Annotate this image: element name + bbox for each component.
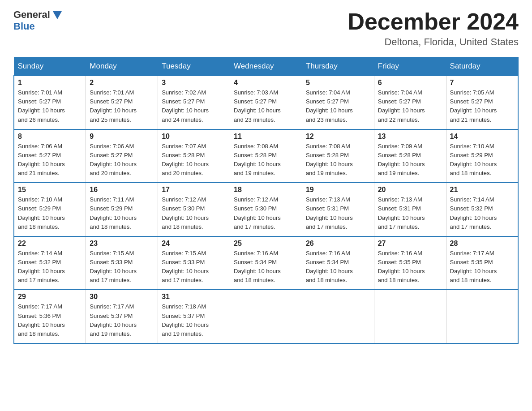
- logo-blue-text: Blue: [13, 21, 35, 32]
- day-info: Sunrise: 7:04 AMSunset: 5:27 PMDaylight:…: [378, 88, 442, 124]
- day-info: Sunrise: 7:16 AMSunset: 5:34 PMDaylight:…: [234, 249, 298, 285]
- day-number: 30: [90, 293, 154, 301]
- day-number: 15: [18, 186, 82, 194]
- day-number: 26: [306, 240, 370, 248]
- header-thursday: Thursday: [302, 57, 374, 76]
- calendar-cell: 10 Sunrise: 7:07 AMSunset: 5:28 PMDaylig…: [158, 129, 230, 183]
- day-info: Sunrise: 7:16 AMSunset: 5:35 PMDaylight:…: [378, 249, 442, 285]
- calendar-cell: 4 Sunrise: 7:03 AMSunset: 5:27 PMDayligh…: [230, 76, 302, 129]
- day-info: Sunrise: 7:01 AMSunset: 5:27 PMDaylight:…: [18, 88, 82, 124]
- calendar-cell: 30 Sunrise: 7:17 AMSunset: 5:37 PMDaylig…: [86, 290, 158, 343]
- day-number: 16: [90, 186, 154, 194]
- day-info: Sunrise: 7:16 AMSunset: 5:34 PMDaylight:…: [306, 249, 370, 285]
- day-info: Sunrise: 7:09 AMSunset: 5:28 PMDaylight:…: [378, 142, 442, 178]
- day-number: 10: [162, 133, 226, 141]
- header-monday: Monday: [86, 57, 158, 76]
- day-info: Sunrise: 7:18 AMSunset: 5:37 PMDaylight:…: [162, 302, 226, 338]
- day-number: 14: [450, 133, 514, 141]
- week-row-3: 15 Sunrise: 7:10 AMSunset: 5:29 PMDaylig…: [14, 183, 518, 236]
- calendar-cell: 23 Sunrise: 7:15 AMSunset: 5:33 PMDaylig…: [86, 236, 158, 290]
- header-tuesday: Tuesday: [158, 57, 230, 76]
- calendar-cell: 27 Sunrise: 7:16 AMSunset: 5:35 PMDaylig…: [374, 236, 446, 290]
- calendar-cell: 2 Sunrise: 7:01 AMSunset: 5:27 PMDayligh…: [86, 76, 158, 129]
- header-friday: Friday: [374, 57, 446, 76]
- day-number: 7: [450, 79, 514, 87]
- calendar-cell: 9 Sunrise: 7:06 AMSunset: 5:27 PMDayligh…: [86, 129, 158, 183]
- day-info: Sunrise: 7:17 AMSunset: 5:35 PMDaylight:…: [450, 249, 514, 285]
- calendar-cell: 26 Sunrise: 7:16 AMSunset: 5:34 PMDaylig…: [302, 236, 374, 290]
- day-number: 2: [90, 79, 154, 87]
- day-info: Sunrise: 7:06 AMSunset: 5:27 PMDaylight:…: [18, 142, 82, 178]
- header-sunday: Sunday: [14, 57, 86, 76]
- calendar-cell: 17 Sunrise: 7:12 AMSunset: 5:30 PMDaylig…: [158, 183, 230, 236]
- calendar-cell: 21 Sunrise: 7:14 AMSunset: 5:32 PMDaylig…: [446, 183, 518, 236]
- day-number: 5: [306, 79, 370, 87]
- day-number: 3: [162, 79, 226, 87]
- day-number: 17: [162, 186, 226, 194]
- day-number: 18: [234, 186, 298, 194]
- calendar-cell: [230, 290, 302, 343]
- calendar-cell: 24 Sunrise: 7:15 AMSunset: 5:33 PMDaylig…: [158, 236, 230, 290]
- day-number: 20: [378, 186, 442, 194]
- calendar-cell: 28 Sunrise: 7:17 AMSunset: 5:35 PMDaylig…: [446, 236, 518, 290]
- day-number: 11: [234, 133, 298, 141]
- calendar-cell: 15 Sunrise: 7:10 AMSunset: 5:29 PMDaylig…: [14, 183, 86, 236]
- calendar-cell: 13 Sunrise: 7:09 AMSunset: 5:28 PMDaylig…: [374, 129, 446, 183]
- header-saturday: Saturday: [446, 57, 518, 76]
- day-number: 25: [234, 240, 298, 248]
- day-number: 13: [378, 133, 442, 141]
- day-info: Sunrise: 7:13 AMSunset: 5:31 PMDaylight:…: [378, 195, 442, 231]
- day-info: Sunrise: 7:12 AMSunset: 5:30 PMDaylight:…: [162, 195, 226, 231]
- day-info: Sunrise: 7:11 AMSunset: 5:29 PMDaylight:…: [90, 195, 154, 231]
- day-info: Sunrise: 7:03 AMSunset: 5:27 PMDaylight:…: [234, 88, 298, 124]
- day-info: Sunrise: 7:12 AMSunset: 5:30 PMDaylight:…: [234, 195, 298, 231]
- day-info: Sunrise: 7:02 AMSunset: 5:27 PMDaylight:…: [162, 88, 226, 124]
- day-number: 29: [18, 293, 82, 301]
- day-info: Sunrise: 7:08 AMSunset: 5:28 PMDaylight:…: [234, 142, 298, 178]
- day-info: Sunrise: 7:10 AMSunset: 5:29 PMDaylight:…: [18, 195, 82, 231]
- day-number: 9: [90, 133, 154, 141]
- day-number: 27: [378, 240, 442, 248]
- calendar-cell: 29 Sunrise: 7:17 AMSunset: 5:36 PMDaylig…: [14, 290, 86, 343]
- calendar-cell: 3 Sunrise: 7:02 AMSunset: 5:27 PMDayligh…: [158, 76, 230, 129]
- calendar-cell: 14 Sunrise: 7:10 AMSunset: 5:29 PMDaylig…: [446, 129, 518, 183]
- calendar-cell: 16 Sunrise: 7:11 AMSunset: 5:29 PMDaylig…: [86, 183, 158, 236]
- day-info: Sunrise: 7:15 AMSunset: 5:33 PMDaylight:…: [162, 249, 226, 285]
- calendar-cell: 5 Sunrise: 7:04 AMSunset: 5:27 PMDayligh…: [302, 76, 374, 129]
- day-number: 21: [450, 186, 514, 194]
- calendar-cell: 18 Sunrise: 7:12 AMSunset: 5:30 PMDaylig…: [230, 183, 302, 236]
- calendar-cell: 22 Sunrise: 7:14 AMSunset: 5:32 PMDaylig…: [14, 236, 86, 290]
- logo-triangle-icon: [53, 11, 62, 19]
- location-subtitle: Deltona, Florida, United States: [348, 36, 519, 48]
- day-info: Sunrise: 7:14 AMSunset: 5:32 PMDaylight:…: [450, 195, 514, 231]
- day-info: Sunrise: 7:08 AMSunset: 5:28 PMDaylight:…: [306, 142, 370, 178]
- calendar-cell: [302, 290, 374, 343]
- day-info: Sunrise: 7:17 AMSunset: 5:37 PMDaylight:…: [90, 302, 154, 338]
- calendar-cell: 11 Sunrise: 7:08 AMSunset: 5:28 PMDaylig…: [230, 129, 302, 183]
- day-number: 31: [162, 293, 226, 301]
- day-number: 12: [306, 133, 370, 141]
- day-info: Sunrise: 7:07 AMSunset: 5:28 PMDaylight:…: [162, 142, 226, 178]
- logo-general-text: General: [13, 9, 50, 21]
- day-info: Sunrise: 7:10 AMSunset: 5:29 PMDaylight:…: [450, 142, 514, 178]
- calendar-cell: [374, 290, 446, 343]
- day-number: 28: [450, 240, 514, 248]
- title-section: December 2024 Deltona, Florida, United S…: [348, 9, 519, 48]
- week-row-4: 22 Sunrise: 7:14 AMSunset: 5:32 PMDaylig…: [14, 236, 518, 290]
- day-info: Sunrise: 7:17 AMSunset: 5:36 PMDaylight:…: [18, 302, 82, 338]
- page-header: General Blue December 2024 Deltona, Flor…: [13, 9, 519, 48]
- day-info: Sunrise: 7:05 AMSunset: 5:27 PMDaylight:…: [450, 88, 514, 124]
- day-number: 1: [18, 79, 82, 87]
- week-row-2: 8 Sunrise: 7:06 AMSunset: 5:27 PMDayligh…: [14, 129, 518, 183]
- month-title: December 2024: [348, 9, 519, 34]
- day-number: 4: [234, 79, 298, 87]
- day-number: 24: [162, 240, 226, 248]
- day-number: 23: [90, 240, 154, 248]
- day-info: Sunrise: 7:14 AMSunset: 5:32 PMDaylight:…: [18, 249, 82, 285]
- day-info: Sunrise: 7:01 AMSunset: 5:27 PMDaylight:…: [90, 88, 154, 124]
- day-number: 8: [18, 133, 82, 141]
- calendar-table: SundayMondayTuesdayWednesdayThursdayFrid…: [13, 57, 519, 344]
- day-number: 6: [378, 79, 442, 87]
- calendar-cell: 8 Sunrise: 7:06 AMSunset: 5:27 PMDayligh…: [14, 129, 86, 183]
- day-number: 19: [306, 186, 370, 194]
